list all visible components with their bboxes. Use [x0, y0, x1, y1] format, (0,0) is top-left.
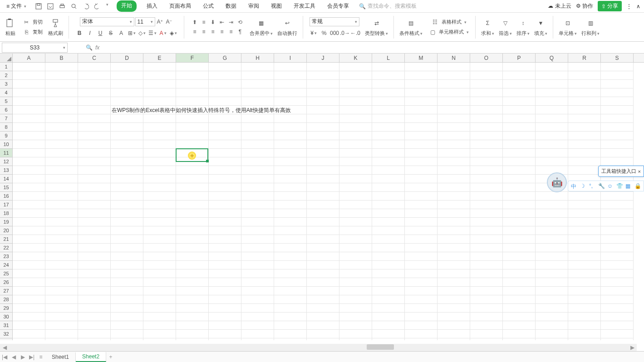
- cell[interactable]: [536, 235, 568, 244]
- cell[interactable]: [78, 192, 111, 201]
- cell[interactable]: [209, 278, 241, 287]
- cell[interactable]: [143, 63, 176, 71]
- cell[interactable]: [209, 97, 241, 106]
- cell[interactable]: [209, 183, 241, 192]
- cell[interactable]: [470, 106, 503, 114]
- cell[interactable]: [438, 338, 470, 340]
- cell[interactable]: [274, 140, 307, 149]
- cell[interactable]: [111, 338, 143, 340]
- cell[interactable]: [601, 209, 634, 218]
- cell[interactable]: [438, 321, 470, 330]
- cell[interactable]: [111, 287, 143, 295]
- add-sheet-icon[interactable]: +: [106, 354, 115, 360]
- cell[interactable]: [209, 71, 241, 80]
- cell[interactable]: [339, 166, 372, 175]
- cell[interactable]: [372, 321, 405, 330]
- cell[interactable]: [307, 88, 339, 97]
- cell[interactable]: [372, 295, 405, 304]
- cell[interactable]: [111, 218, 143, 226]
- cell[interactable]: [503, 175, 536, 183]
- cell[interactable]: [241, 175, 274, 183]
- cell[interactable]: [405, 132, 438, 140]
- sheet-list-icon[interactable]: ≡: [36, 354, 45, 360]
- cell[interactable]: [568, 209, 601, 218]
- cell[interactable]: [307, 132, 339, 140]
- cell[interactable]: [78, 321, 111, 330]
- cell[interactable]: [111, 123, 143, 132]
- cell[interactable]: [45, 175, 78, 183]
- cell[interactable]: [470, 287, 503, 295]
- cell[interactable]: [176, 166, 209, 175]
- cell[interactable]: [241, 226, 274, 235]
- cell[interactable]: [339, 183, 372, 192]
- file-menu[interactable]: ≡ 文件 ▾: [4, 1, 29, 11]
- align-top-icon[interactable]: ⬆: [191, 19, 199, 26]
- cell[interactable]: [307, 321, 339, 330]
- cell[interactable]: [470, 97, 503, 106]
- cell[interactable]: [176, 80, 209, 88]
- cell[interactable]: [372, 157, 405, 166]
- cell[interactable]: [568, 313, 601, 321]
- cell[interactable]: [438, 218, 470, 226]
- cell[interactable]: [45, 106, 78, 114]
- cell[interactable]: [405, 235, 438, 244]
- cell[interactable]: [339, 295, 372, 304]
- cell[interactable]: [470, 338, 503, 340]
- share-button[interactable]: ⇧ 分享: [598, 1, 622, 11]
- row-header-29[interactable]: 29: [0, 304, 13, 313]
- cell[interactable]: [143, 183, 176, 192]
- cell[interactable]: [143, 261, 176, 269]
- cell[interactable]: [503, 235, 536, 244]
- cell[interactable]: [339, 140, 372, 149]
- row-header-2[interactable]: 2: [0, 71, 13, 80]
- cell[interactable]: [601, 304, 634, 313]
- cell[interactable]: [372, 330, 405, 338]
- cell[interactable]: [405, 330, 438, 338]
- cell[interactable]: [111, 88, 143, 97]
- cell[interactable]: [241, 321, 274, 330]
- highlight-button[interactable]: ☰▾: [148, 29, 157, 37]
- cell[interactable]: [45, 166, 78, 175]
- row-header-18[interactable]: 18: [0, 209, 13, 218]
- row-header-26[interactable]: 26: [0, 278, 13, 287]
- cell[interactable]: [111, 183, 143, 192]
- cell[interactable]: [209, 88, 241, 97]
- grid-body[interactable]: 1234567891011121314151617181920212223242…: [0, 63, 644, 340]
- cell[interactable]: [45, 252, 78, 261]
- cell[interactable]: [13, 252, 45, 261]
- cell[interactable]: [470, 149, 503, 157]
- cell[interactable]: [241, 140, 274, 149]
- cell[interactable]: [372, 192, 405, 201]
- cell[interactable]: [372, 269, 405, 278]
- emoji-icon[interactable]: ☺: [607, 183, 614, 189]
- cell[interactable]: [339, 321, 372, 330]
- cell[interactable]: [307, 80, 339, 88]
- cell[interactable]: [339, 97, 372, 106]
- cell[interactable]: [13, 123, 45, 132]
- cell[interactable]: [111, 244, 143, 252]
- cell[interactable]: [339, 278, 372, 287]
- cell[interactable]: [176, 287, 209, 295]
- cell[interactable]: [601, 287, 634, 295]
- cell[interactable]: [438, 106, 470, 114]
- cell[interactable]: [438, 63, 470, 71]
- cell[interactable]: [241, 201, 274, 209]
- cell[interactable]: [45, 123, 78, 132]
- cell[interactable]: [503, 88, 536, 97]
- cell[interactable]: [274, 166, 307, 175]
- cloud-status[interactable]: ☁ 未上云: [548, 2, 571, 10]
- row-header-1[interactable]: 1: [0, 63, 13, 71]
- paste-button[interactable]: 粘贴: [4, 16, 17, 38]
- cell[interactable]: [601, 106, 634, 114]
- fill-color-button[interactable]: ◇▾: [138, 29, 146, 37]
- cell[interactable]: [13, 106, 45, 114]
- print-preview-icon[interactable]: [70, 2, 78, 10]
- cell[interactable]: [568, 269, 601, 278]
- cell[interactable]: [372, 63, 405, 71]
- cell[interactable]: [470, 132, 503, 140]
- cell[interactable]: [241, 114, 274, 123]
- cell[interactable]: [503, 244, 536, 252]
- cell[interactable]: [601, 157, 634, 166]
- cell[interactable]: [470, 166, 503, 175]
- cell[interactable]: [438, 149, 470, 157]
